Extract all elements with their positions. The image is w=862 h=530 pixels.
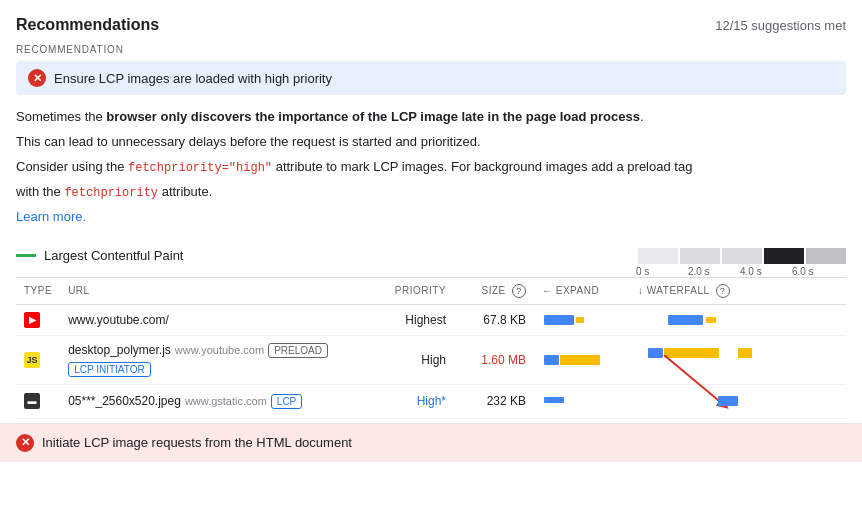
td-priority-1: Highest	[384, 304, 454, 335]
favicon-img: ▬	[24, 393, 40, 409]
td-size-3: 232 KB	[454, 384, 534, 418]
chart-bar-5	[806, 248, 846, 264]
svg-rect-3	[560, 355, 600, 365]
th-size: SIZE ?	[454, 277, 534, 304]
table-row: ▶ www.youtube.com/ Highest 67.8 KB	[16, 304, 846, 335]
td-waterfall-3	[630, 384, 846, 418]
fetchpriority-high-code: fetchpriority="high"	[128, 161, 272, 175]
wf-bar-2-b	[664, 348, 719, 358]
time-axis: 0 s 2.0 s 4.0 s 6.0 s	[636, 266, 844, 277]
th-waterfall: ↓ WATERFALL ?	[630, 277, 846, 304]
td-expand-3	[534, 384, 630, 418]
td-type-3: ▬	[16, 384, 60, 418]
suggestions-count: 12/15 suggestions met	[715, 18, 846, 33]
svg-rect-0	[544, 315, 574, 325]
bottom-error-row: ✕ Initiate LCP image requests from the H…	[0, 423, 862, 462]
wf-bar-1-b	[706, 317, 716, 323]
lcp-row: Largest Contentful Paint	[16, 248, 183, 263]
desc-line3: Consider using the fetchpriority="high" …	[16, 157, 846, 178]
url-text-1: www.youtube.com/	[68, 313, 169, 327]
lcp-line-icon	[16, 254, 36, 257]
td-expand-2	[534, 335, 630, 384]
td-priority-2: High	[384, 335, 454, 384]
learn-more-link[interactable]: Learn more.	[16, 209, 86, 224]
chart-bar-3	[722, 248, 762, 264]
recommendation-text: Ensure LCP images are loaded with high p…	[54, 71, 332, 86]
main-recommendation: ✕ Ensure LCP images are loaded with high…	[16, 61, 846, 95]
td-priority-3: High*	[384, 384, 454, 418]
wf-bar-2-c	[738, 348, 752, 358]
wf-bar-2-a	[648, 348, 663, 358]
favicon-yt: ▶	[24, 312, 40, 328]
desc-learn-more: Learn more.	[16, 207, 846, 228]
table-header: TYPE URL PRIORITY SIZE ? ← EXPAND ↓ WATE…	[16, 277, 846, 304]
chart-bars	[638, 242, 846, 264]
header-row: Recommendations 12/15 suggestions met	[16, 16, 846, 34]
th-type: TYPE	[16, 277, 60, 304]
svg-rect-5	[544, 397, 564, 403]
time-label-2: 2.0 s	[688, 266, 740, 277]
chart-bar-1	[638, 248, 678, 264]
td-expand-1	[534, 304, 630, 335]
badge-preload: PRELOAD	[268, 343, 328, 358]
url-text-2: desktop_polymer.js	[68, 343, 171, 357]
bottom-error-text: Initiate LCP image requests from the HTM…	[42, 435, 352, 450]
th-priority: PRIORITY	[384, 277, 454, 304]
section-label: RECOMMENDATION	[16, 44, 846, 55]
desc-line2: This can lead to unnecessary delays befo…	[16, 132, 846, 153]
error-icon: ✕	[28, 69, 46, 87]
badge-lcp: LCP	[271, 394, 302, 409]
expand-bar-3	[542, 392, 622, 408]
url-secondary-2: www.youtube.com	[175, 344, 264, 356]
size-info-icon[interactable]: ?	[512, 284, 526, 298]
td-url-3: 05***_2560x520.jpeg www.gstatic.com LCP	[60, 384, 384, 418]
th-expand: ← EXPAND	[534, 277, 630, 304]
expand-bar-1	[542, 312, 622, 328]
td-size-2: 1.60 MB	[454, 335, 534, 384]
td-type-2: JS	[16, 335, 60, 384]
bottom-error-icon: ✕	[16, 434, 34, 452]
waterfall-info-icon[interactable]: ?	[716, 284, 730, 298]
td-url-2: desktop_polymer.js www.youtube.com PRELO…	[60, 335, 384, 384]
table-row: ▬ 05***_2560x520.jpeg www.gstatic.com LC…	[16, 384, 846, 418]
lcp-label: Largest Contentful Paint	[44, 248, 183, 263]
td-size-1: 67.8 KB	[454, 304, 534, 335]
chart-bar-2	[680, 248, 720, 264]
time-label-0: 0 s	[636, 266, 688, 277]
url-secondary-3: www.gstatic.com	[185, 395, 267, 407]
table-body: ▶ www.youtube.com/ Highest 67.8 KB	[16, 304, 846, 418]
resource-table: TYPE URL PRIORITY SIZE ? ← EXPAND ↓ WATE…	[16, 277, 846, 419]
time-label-4: 4.0 s	[740, 266, 792, 277]
wf-bar-1-a	[668, 315, 703, 325]
td-waterfall-2	[630, 335, 846, 384]
table-row: JS desktop_polymer.js www.youtube.com PR…	[16, 335, 846, 384]
desc-line1: Sometimes the browser only discovers the…	[16, 107, 846, 128]
td-type-1: ▶	[16, 304, 60, 335]
desc-line4: with the fetchpriority attribute.	[16, 182, 846, 203]
time-label-6: 6.0 s	[792, 266, 844, 277]
expand-bar-2	[542, 352, 622, 368]
th-url: URL	[60, 277, 384, 304]
chart-bar-4	[764, 248, 804, 264]
url-text-3: 05***_2560x520.jpeg	[68, 394, 181, 408]
wf-bar-3-a	[718, 396, 738, 406]
page-title: Recommendations	[16, 16, 159, 34]
td-url-1: www.youtube.com/	[60, 304, 384, 335]
svg-rect-2	[544, 355, 559, 365]
favicon-js: JS	[24, 352, 40, 368]
description-block: Sometimes the browser only discovers the…	[16, 107, 846, 228]
lcp-row-wrapper: Largest Contentful Paint 0 s 2.0 s 4.0 s…	[16, 242, 846, 277]
fetchpriority-code: fetchpriority	[64, 186, 158, 200]
badge-lcp-initiator: LCP INITIATOR	[68, 362, 151, 377]
svg-rect-1	[576, 317, 584, 323]
td-waterfall-1	[630, 304, 846, 335]
mini-chart: 0 s 2.0 s 4.0 s 6.0 s	[636, 242, 846, 277]
